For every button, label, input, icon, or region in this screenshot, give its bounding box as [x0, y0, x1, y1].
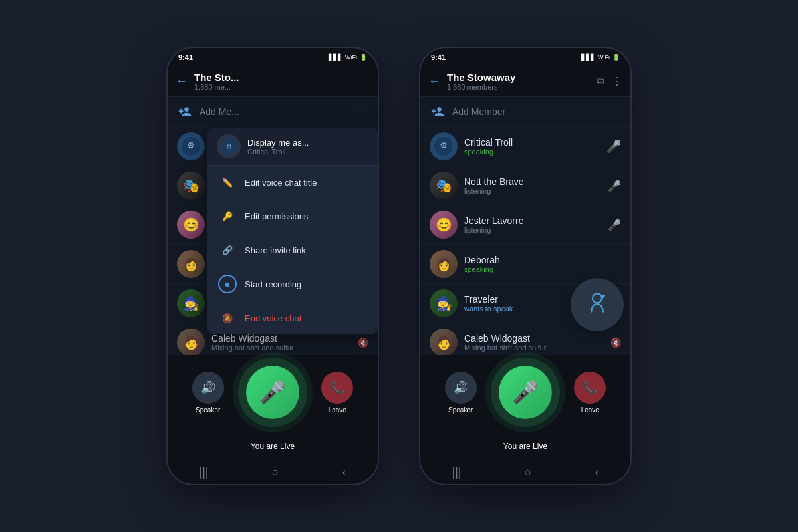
- menu-item-record[interactable]: ⏺ Start recording: [207, 267, 378, 301]
- member-status-jester-2: listening: [464, 226, 601, 234]
- avatar-nott-2: 🎭: [430, 172, 458, 200]
- nav-home-2[interactable]: ○: [525, 466, 532, 479]
- speaker-button-1[interactable]: 🔊 Speaker: [192, 372, 224, 414]
- speaker-circle-1: 🔊: [192, 372, 224, 404]
- nav-home-1[interactable]: ○: [272, 466, 279, 479]
- nav-back-2[interactable]: ‹: [595, 466, 598, 479]
- header-info-1: The Sto... 1,680 me...: [194, 72, 370, 91]
- phone-2: 9:41 ▋▋▋ WiFi 🔋 ← The Stowaway 1,680 mem…: [419, 47, 632, 485]
- member-item-nott-2: 🎭 Nott the Brave listening 🎤: [420, 166, 630, 205]
- member-status-nott-2: listening: [464, 187, 601, 195]
- menu-item-share[interactable]: 🔗 Share invite link: [207, 233, 378, 267]
- member-name-jester-2: Jester Lavorre: [464, 215, 601, 226]
- member-item-jester-2: 😊 Jester Lavorre listening 🎤: [420, 205, 630, 245]
- add-member-row-1[interactable]: Add Me...: [168, 97, 378, 127]
- member-status-critical-2: speaking: [464, 148, 600, 156]
- speaker-button-2[interactable]: 🔊 Speaker: [445, 372, 477, 414]
- leave-button-1[interactable]: 📞 Leave: [321, 372, 353, 414]
- menu-display-sub: Critical Troll: [247, 148, 309, 156]
- menu-avatar: ⚙: [217, 134, 241, 158]
- menu-item-label-record: Start recording: [245, 279, 301, 289]
- menu-item-label-permissions: Edit permissions: [245, 211, 308, 221]
- menu-item-edit-title[interactable]: ✏️ Edit voice chat title: [207, 166, 378, 200]
- avatar-critical-2: ⚙: [430, 132, 458, 160]
- raise-hand-bubble[interactable]: [571, 278, 624, 331]
- status-bar-1: 9:41 ▋▋▋ WiFi 🔋: [168, 48, 378, 66]
- wifi-icon: WiFi: [345, 54, 357, 61]
- menu-item-end[interactable]: 🔕 End voice chat: [207, 301, 378, 334]
- channel-title-2: The Stowaway: [447, 72, 590, 83]
- menu-header: ⚙ Display me as... Critical Troll: [207, 128, 378, 166]
- main-mic-button-1[interactable]: 🎤: [246, 366, 299, 419]
- avatar-deborah-2: 👩: [430, 250, 458, 278]
- end-icon: 🔕: [218, 309, 237, 327]
- menu-item-label-share: Share invite link: [245, 245, 306, 255]
- svg-point-6: [593, 293, 602, 303]
- menu-item-permissions[interactable]: 🔑 Edit permissions: [207, 200, 378, 233]
- speaker-label-2: Speaker: [448, 406, 473, 414]
- record-icon: ⏺: [218, 275, 237, 293]
- back-button-2[interactable]: ←: [428, 74, 440, 88]
- pip-icon[interactable]: ⧉: [597, 75, 604, 88]
- menu-item-label-edit-title: Edit voice chat title: [245, 178, 317, 188]
- mic-main-icon-2: 🎤: [512, 380, 539, 405]
- member-name-nott-2: Nott the Brave: [464, 176, 601, 187]
- nav-back-1[interactable]: ‹: [342, 466, 346, 479]
- add-member-text-2: Add Member: [452, 106, 505, 117]
- avatar-nott: 🎭: [177, 172, 205, 200]
- add-member-text-1: Add Me...: [200, 106, 239, 117]
- mic-jester-2: 🎤: [608, 219, 621, 231]
- signal-icon-2: ▋▋▋: [581, 54, 595, 61]
- raise-hand-icon: [583, 290, 612, 319]
- avatar-deborah: 👩: [177, 250, 205, 278]
- mic-main-icon-1: 🎤: [259, 380, 286, 405]
- member-count-1: 1,680 me...: [194, 83, 370, 91]
- leave-label-1: Leave: [329, 406, 346, 414]
- member-info-deborah-2: Deborah speaking: [464, 255, 621, 273]
- menu-header-info: Display me as... Critical Troll: [247, 138, 309, 156]
- member-info-critical-2: Critical Troll speaking: [464, 137, 600, 156]
- main-mic-button-2[interactable]: 🎤: [499, 366, 552, 419]
- status-icons-2: ▋▋▋ WiFi 🔋: [581, 54, 620, 61]
- header-2: ← The Stowaway 1,680 members ⧉ ⋮: [420, 66, 630, 97]
- member-info-jester-2: Jester Lavorre listening: [464, 215, 601, 234]
- permissions-icon: 🔑: [218, 207, 237, 225]
- mic-nott-2: 🎤: [608, 180, 621, 192]
- speaker-circle-2: 🔊: [445, 372, 477, 404]
- live-indicator-1: You are Live: [168, 439, 378, 451]
- status-time-1: 9:41: [178, 53, 193, 61]
- member-status-caleb: Mixing bat sh*t and sulfur: [211, 344, 351, 352]
- member-name-caleb: Caleb Widogast: [211, 333, 351, 344]
- channel-title-1: The Sto...: [194, 72, 370, 83]
- nav-recent-2[interactable]: |||: [452, 466, 462, 479]
- live-indicator-2: You are Live: [420, 439, 630, 451]
- nav-recent-1[interactable]: |||: [200, 466, 209, 479]
- phone-1: 9:41 ▋▋▋ WiFi 🔋 ← The Sto... 1,680 me...…: [166, 47, 379, 485]
- add-member-icon-2: [430, 104, 446, 120]
- more-icon[interactable]: ⋮: [612, 75, 622, 88]
- member-count-2: 1,680 members: [447, 83, 590, 91]
- back-button-1[interactable]: ←: [176, 74, 188, 88]
- leave-button-2[interactable]: 📞 Leave: [574, 372, 606, 414]
- status-time-2: 9:41: [431, 53, 446, 61]
- wifi-icon-2: WiFi: [598, 54, 610, 61]
- member-info-nott-2: Nott the Brave listening: [464, 176, 601, 195]
- battery-icon-2: 🔋: [612, 54, 620, 61]
- member-name-caleb-2: Caleb Widogast: [464, 333, 604, 344]
- avatar-traveler-2: 🧙: [430, 289, 458, 317]
- nav-bar-1: ||| ○ ‹: [168, 460, 378, 484]
- member-status-caleb-2: Mixing bat sh*t and sulfur: [464, 344, 604, 352]
- add-member-row-2[interactable]: Add Member: [420, 97, 630, 127]
- leave-circle-2: 📞: [574, 372, 606, 404]
- avatar-critical: ⚙: [177, 132, 205, 160]
- status-icons-1: ▋▋▋ WiFi 🔋: [329, 54, 367, 61]
- bottom-controls-2: 🔊 Speaker 🎤 📞 Leave You are Live: [420, 355, 630, 460]
- avatar-caleb: 🧑: [177, 329, 205, 355]
- menu-display-title: Display me as...: [247, 138, 309, 148]
- context-menu: ⚙ Display me as... Critical Troll ✏️ Edi…: [207, 128, 378, 334]
- add-member-icon-1: [177, 104, 193, 120]
- status-bar-2: 9:41 ▋▋▋ WiFi 🔋: [420, 48, 630, 66]
- avatar-traveler: 🧙: [177, 289, 205, 317]
- member-info-caleb: Caleb Widogast Mixing bat sh*t and sulfu…: [211, 333, 351, 352]
- avatar-caleb-2: 🧑: [430, 329, 458, 355]
